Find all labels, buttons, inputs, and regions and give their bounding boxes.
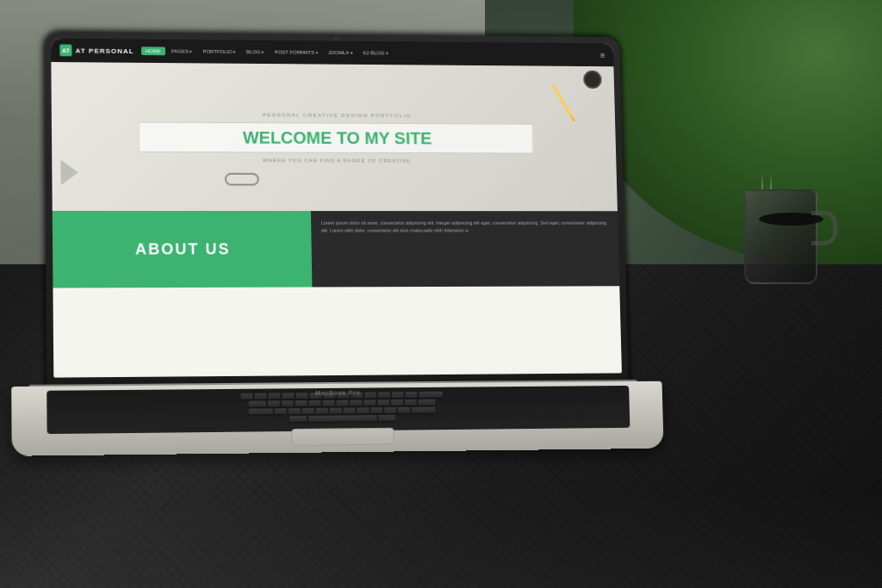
about-title: ABOUT US (135, 240, 231, 258)
key (350, 399, 362, 405)
key (392, 392, 404, 398)
laptop: AT AT PERSONAL HOME PAGES PORTFOLIO BLOG… (9, 31, 657, 530)
key (283, 393, 295, 399)
screen-content: AT AT PERSONAL HOME PAGES PORTFOLIO BLOG… (51, 39, 622, 378)
hero-arrow-icon (60, 159, 78, 185)
key (309, 400, 321, 406)
key (378, 392, 390, 398)
key (254, 393, 266, 399)
steam-line (761, 172, 763, 189)
key (330, 408, 342, 414)
scene: AT AT PERSONAL HOME PAGES PORTFOLIO BLOG… (0, 0, 882, 588)
about-content-panel: Lorem ipsum dolor sit amet, consectetur … (311, 211, 620, 287)
coffee-mug (736, 172, 839, 293)
key (249, 408, 273, 414)
key (419, 392, 443, 398)
key (268, 393, 280, 399)
glasses-decoration (225, 173, 259, 186)
key (282, 400, 294, 406)
about-green-panel: ABOUT US (53, 211, 312, 288)
hero-text-area: PERSONAL CREATIVE DESIGN PORTFOLIO WELCO… (138, 111, 533, 163)
key (412, 407, 436, 413)
hero-subtitle: PERSONAL CREATIVE DESIGN PORTFOLIO (138, 111, 532, 118)
key (391, 399, 403, 405)
key (323, 400, 335, 406)
screen-bezel: AT AT PERSONAL HOME PAGES PORTFOLIO BLOG… (51, 39, 622, 378)
key (289, 416, 307, 422)
key (357, 407, 369, 413)
key (377, 399, 389, 405)
pencil-decoration (552, 84, 576, 121)
key (384, 407, 396, 413)
nav-k2-blog[interactable]: K2 BLOG (358, 49, 392, 58)
key (240, 393, 252, 399)
logo-text: AT PERSONAL (75, 46, 134, 54)
nav-blog[interactable]: BLOG (242, 47, 269, 56)
key (275, 408, 287, 414)
key (370, 407, 382, 413)
nav-post-formats[interactable]: POST FORMATS (270, 48, 323, 57)
mug-steam (761, 172, 772, 189)
key (316, 408, 328, 414)
nav-portfolio[interactable]: PORTFOLIO (198, 47, 240, 56)
key (405, 399, 417, 405)
key (364, 392, 376, 398)
about-body-text: Lorem ipsum dolor sit amet, consectetur … (321, 220, 608, 234)
key (406, 392, 418, 398)
site-logo: AT AT PERSONAL (59, 44, 134, 56)
mug-handle (811, 211, 837, 245)
coffee-cup-decoration (583, 71, 602, 89)
key (268, 400, 280, 406)
key (363, 399, 376, 405)
hero-title: WELCOME TO MY SITE (138, 121, 533, 153)
key (344, 407, 356, 413)
nav-home[interactable]: HOME (141, 46, 165, 55)
hero-section: PERSONAL CREATIVE DESIGN PORTFOLIO WELCO… (51, 62, 618, 211)
key (295, 400, 307, 406)
logo-icon: AT (59, 44, 71, 56)
key (398, 407, 410, 413)
key (289, 408, 301, 414)
hero-title-part1: WELCOME TO (243, 127, 360, 146)
nav-joomla[interactable]: JOOMLA (324, 48, 357, 57)
hero-title-part2: MY SITE (364, 128, 432, 147)
hero-tagline: WHERE YOU CAN FIND A RANGE OF CREATIVE. (139, 157, 534, 163)
about-section: ABOUT US Lorem ipsum dolor sit amet, con… (53, 211, 620, 288)
steam-line (770, 172, 772, 189)
key (302, 408, 314, 414)
mug-body (744, 189, 817, 284)
laptop-lid: AT AT PERSONAL HOME PAGES PORTFOLIO BLOG… (44, 32, 629, 399)
key (336, 400, 348, 406)
site-navbar: AT AT PERSONAL HOME PAGES PORTFOLIO BLOG… (51, 39, 613, 67)
trackpad (291, 428, 394, 446)
key (249, 400, 266, 406)
key (295, 393, 307, 399)
nav-items: HOME PAGES PORTFOLIO BLOG POST FORMATS J… (141, 46, 393, 57)
macbook-label: MacBook Pro (315, 390, 361, 396)
key (378, 415, 395, 421)
key (419, 399, 436, 405)
hamburger-menu[interactable]: ≡ (600, 51, 606, 60)
spacebar-key (308, 415, 377, 422)
nav-pages[interactable]: PAGES (167, 47, 197, 56)
